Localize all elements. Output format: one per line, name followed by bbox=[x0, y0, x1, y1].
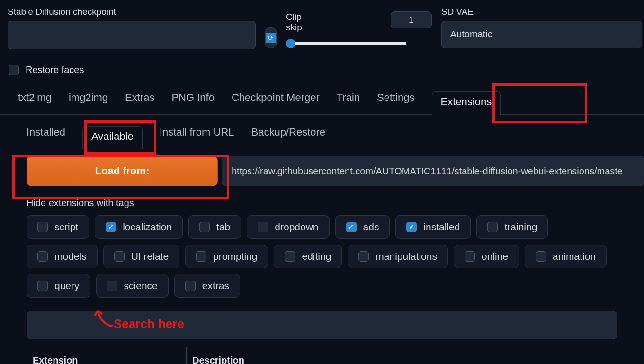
tag-checkbox[interactable] bbox=[487, 222, 498, 232]
tab-img2img[interactable]: img2img bbox=[69, 91, 108, 114]
tag-checkbox[interactable] bbox=[536, 251, 546, 262]
tag-checkbox[interactable] bbox=[199, 222, 210, 232]
extensions-table-header: Extension Description bbox=[27, 347, 617, 364]
tag-filter-group: scriptlocalizationtabdropdownadsinstalle… bbox=[0, 213, 644, 300]
tag-label: manipulations bbox=[376, 251, 437, 262]
tag-editing[interactable]: editing bbox=[274, 245, 342, 268]
tag-label: dropdown bbox=[275, 221, 318, 233]
subtab-backup/restore[interactable]: Backup/Restore bbox=[251, 126, 326, 149]
tag-label: science bbox=[124, 280, 158, 291]
main-tabs: txt2imgimg2imgExtrasPNG InfoCheckpoint M… bbox=[0, 80, 644, 115]
tag-label: training bbox=[504, 221, 537, 233]
tag-checkbox[interactable] bbox=[258, 222, 268, 232]
tag-label: online bbox=[482, 251, 508, 262]
subtab-install-from-url[interactable]: Install from URL bbox=[160, 126, 234, 149]
tag-label: ads bbox=[363, 221, 379, 233]
tab-txt2img[interactable]: txt2img bbox=[18, 91, 52, 114]
tag-query[interactable]: query bbox=[27, 274, 90, 298]
tag-localization[interactable]: localization bbox=[95, 215, 183, 239]
tag-checkbox[interactable] bbox=[114, 251, 125, 262]
tag-science[interactable]: science bbox=[96, 274, 169, 298]
tag-label: animation bbox=[553, 251, 596, 262]
tag-checkbox[interactable] bbox=[465, 251, 475, 262]
tab-png-info[interactable]: PNG Info bbox=[171, 91, 214, 114]
tab-settings[interactable]: Settings bbox=[377, 91, 415, 114]
subtab-installed[interactable]: Installed bbox=[27, 126, 65, 149]
load-from-button[interactable]: Load from: bbox=[27, 156, 218, 186]
tag-label: editing bbox=[302, 251, 331, 262]
refresh-button[interactable]: ⟳ bbox=[265, 27, 277, 48]
tag-checkbox[interactable] bbox=[37, 251, 48, 262]
clip-skip-slider[interactable] bbox=[286, 42, 406, 46]
tag-checkbox[interactable] bbox=[346, 222, 357, 232]
tab-extras[interactable]: Extras bbox=[125, 91, 154, 114]
restore-faces-label: Restore faces bbox=[26, 64, 84, 75]
tag-checkbox[interactable] bbox=[107, 281, 117, 291]
tag-label: models bbox=[54, 251, 87, 262]
checkpoint-dropdown[interactable] bbox=[8, 21, 256, 49]
tab-train[interactable]: Train bbox=[337, 91, 360, 114]
tag-label: UI relate bbox=[131, 251, 169, 262]
tag-label: localization bbox=[123, 221, 172, 233]
search-input[interactable] bbox=[27, 311, 617, 339]
vae-label: SD VAE bbox=[441, 7, 642, 17]
tag-label: installed bbox=[423, 221, 460, 233]
tag-label: prompting bbox=[213, 251, 257, 262]
column-extension: Extension bbox=[27, 347, 187, 364]
tag-label: tab bbox=[216, 221, 230, 233]
tag-installed[interactable]: installed bbox=[395, 215, 471, 239]
column-description: Description bbox=[187, 347, 617, 364]
refresh-icon: ⟳ bbox=[266, 33, 276, 43]
index-url-input[interactable]: https://raw.githubusercontent.com/AUTOMA… bbox=[222, 156, 644, 186]
tag-checkbox[interactable] bbox=[406, 222, 417, 232]
subtab-available[interactable]: Available bbox=[82, 126, 143, 149]
tag-UI-relate[interactable]: UI relate bbox=[103, 245, 179, 268]
hide-tags-label: Hide extensions with tags bbox=[0, 193, 644, 213]
tag-checkbox[interactable] bbox=[358, 251, 369, 262]
checkpoint-label: Stable Diffusion checkpoint bbox=[8, 7, 256, 17]
tag-checkbox[interactable] bbox=[196, 251, 206, 262]
tag-animation[interactable]: animation bbox=[525, 245, 607, 268]
tag-training[interactable]: training bbox=[476, 215, 548, 239]
tag-checkbox[interactable] bbox=[285, 251, 295, 262]
tag-manipulations[interactable]: manipulations bbox=[348, 245, 448, 268]
tag-checkbox[interactable] bbox=[106, 222, 116, 232]
tab-checkpoint-merger[interactable]: Checkpoint Merger bbox=[232, 91, 320, 114]
restore-faces-checkbox[interactable] bbox=[9, 65, 19, 75]
tag-prompting[interactable]: prompting bbox=[185, 245, 268, 268]
vae-dropdown[interactable]: Automatic bbox=[441, 21, 642, 48]
clip-skip-value[interactable]: 1 bbox=[391, 11, 432, 28]
tag-ads[interactable]: ads bbox=[335, 215, 390, 239]
tag-label: script bbox=[54, 221, 78, 233]
tag-online[interactable]: online bbox=[454, 245, 519, 268]
clip-skip-label: Clip skip bbox=[286, 12, 313, 33]
slider-thumb[interactable] bbox=[286, 39, 295, 48]
tag-models[interactable]: models bbox=[27, 245, 98, 268]
tag-checkbox[interactable] bbox=[37, 281, 48, 291]
tag-script[interactable]: script bbox=[27, 215, 89, 239]
text-cursor-icon bbox=[87, 318, 87, 333]
tag-checkbox[interactable] bbox=[185, 281, 196, 291]
tag-dropdown[interactable]: dropdown bbox=[247, 215, 329, 239]
tag-label: extras bbox=[202, 280, 229, 291]
tag-label: query bbox=[54, 280, 80, 291]
sub-tabs: InstalledAvailableInstall from URLBackup… bbox=[0, 115, 644, 149]
tag-tab[interactable]: tab bbox=[188, 215, 241, 239]
tab-extensions[interactable]: Extensions bbox=[432, 91, 501, 115]
tag-extras[interactable]: extras bbox=[174, 274, 240, 298]
tag-checkbox[interactable] bbox=[37, 222, 48, 232]
